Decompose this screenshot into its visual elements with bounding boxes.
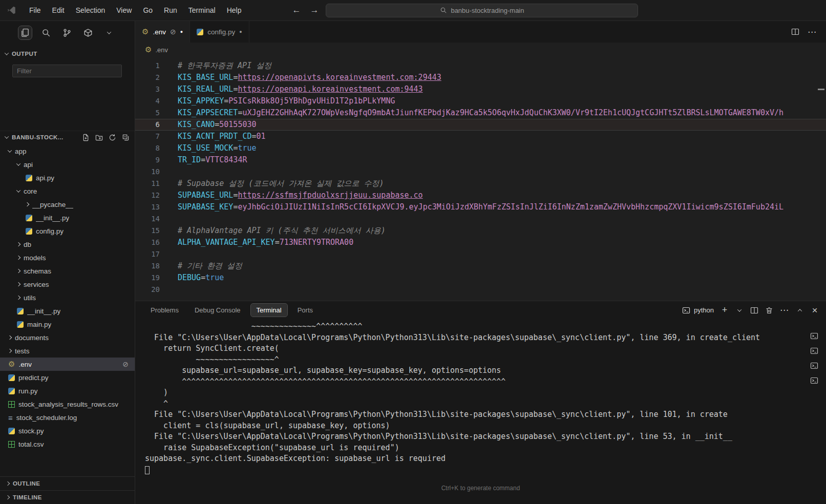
tree-item-api[interactable]: api	[0, 158, 135, 171]
chevron-down-icon	[8, 148, 12, 152]
menu-edit[interactable]: Edit	[47, 0, 70, 20]
tab-config.py[interactable]: config.py●	[190, 21, 249, 43]
tree-item-app[interactable]: app	[0, 144, 135, 158]
tree-item-predict.py[interactable]: predict.py	[0, 371, 135, 384]
chevron-right-icon	[8, 335, 12, 340]
tree-item-label: models	[24, 254, 46, 262]
outline-header[interactable]: OUTLINE	[0, 476, 135, 490]
chevron-right-icon	[16, 242, 20, 246]
new-terminal-button[interactable]: +	[721, 305, 729, 316]
kill-terminal-button[interactable]	[765, 306, 773, 314]
tree-item-documents[interactable]: documents	[0, 331, 135, 344]
code-line-12: 12SUPABASE_URL=https://ssfmsjfpduolxsrjj…	[135, 190, 826, 201]
maximize-panel-button[interactable]	[796, 309, 804, 312]
menu-run[interactable]: Run	[158, 0, 183, 20]
tree-item-services[interactable]: services	[0, 278, 135, 291]
tab-.env[interactable]: ⚙.env⊘●	[135, 21, 190, 43]
new-file-button[interactable]	[82, 134, 90, 141]
output-filter-input[interactable]	[12, 65, 122, 77]
tree-item-label: api	[24, 161, 33, 169]
tree-item-config.py[interactable]: config.py	[0, 224, 135, 238]
menu-help[interactable]: Help	[221, 0, 247, 20]
tree-item-api.py[interactable]: api.py	[0, 171, 135, 184]
tree-item-__init__.py[interactable]: __init__.py	[0, 304, 135, 318]
new-folder-button[interactable]	[95, 134, 103, 141]
split-terminal-button[interactable]	[750, 306, 758, 314]
tree-item-run.py[interactable]: run.py	[0, 384, 135, 397]
search-box-label: banbu-stocktrading-main	[451, 7, 524, 14]
tree-item-stock_scheduler.log[interactable]: ≡stock_scheduler.log	[0, 411, 135, 424]
tree-item-db[interactable]: db	[0, 238, 135, 251]
terminal-icon[interactable]	[809, 330, 820, 342]
command-center-search[interactable]: banbu-stocktrading-main	[326, 4, 638, 17]
tree-item-stock.py[interactable]: stock.py	[0, 424, 135, 437]
tab-label: config.py	[207, 28, 235, 36]
code-editor[interactable]: 1# 한국투자증권 API 설정2KIS_BASE_URL=https://op…	[135, 57, 826, 301]
chevron-down-icon[interactable]	[102, 26, 116, 39]
tree-item-label: utils	[24, 294, 36, 302]
tree-item-total.csv[interactable]: total.csv	[0, 437, 135, 451]
output-header[interactable]: OUTPUT	[0, 48, 135, 60]
csv-icon	[8, 401, 15, 408]
panel-tab-debug-console[interactable]: Debug Console	[189, 304, 246, 317]
tree-item-utils[interactable]: utils	[0, 291, 135, 304]
line-number: 19	[135, 272, 160, 284]
line-number: 4	[135, 95, 160, 107]
tree-item-stock_analysis_results_rows.csv[interactable]: stock_analysis_results_rows.csv	[0, 397, 135, 411]
menu-terminal[interactable]: Terminal	[183, 0, 221, 20]
line-number: 20	[135, 284, 160, 296]
breadcrumb-label: .env	[155, 46, 168, 54]
breadcrumb[interactable]: ⚙ .env	[135, 43, 826, 57]
line-number: 2	[135, 72, 160, 83]
search-icon	[440, 7, 447, 14]
python-icon	[17, 321, 24, 328]
line-number: 11	[135, 178, 160, 190]
tree-item-tests[interactable]: tests	[0, 344, 135, 358]
tree-item-core[interactable]: core	[0, 184, 135, 198]
line-number: 17	[135, 248, 160, 260]
terminal-icon[interactable]	[809, 375, 820, 386]
refresh-button[interactable]	[109, 134, 116, 141]
timeline-header[interactable]: TIMELINE	[0, 490, 135, 504]
files-icon[interactable]	[18, 26, 32, 39]
outline-header-label: OUTLINE	[13, 480, 40, 487]
tree-item-__pycache__[interactable]: __pycache__	[0, 198, 135, 211]
tree-item-schemas[interactable]: schemas	[0, 264, 135, 278]
panel-tab-terminal[interactable]: Terminal	[251, 304, 287, 317]
line-number: 15	[135, 225, 160, 237]
collapse-all-button[interactable]	[122, 134, 130, 141]
tree-item-main.py[interactable]: main.py	[0, 318, 135, 331]
menu-go[interactable]: Go	[137, 0, 158, 20]
tree-item-label: __pycache__	[32, 201, 73, 208]
more-actions-button[interactable]: ⋯	[808, 27, 817, 37]
menu-file[interactable]: File	[24, 0, 47, 20]
shell-name: python	[694, 306, 714, 314]
line-number: 13	[135, 201, 160, 213]
terminal-shell[interactable]: python	[682, 306, 714, 314]
tab-label: .env	[153, 28, 166, 36]
terminal-icon[interactable]	[809, 345, 820, 356]
tree-item-__init__.py[interactable]: __init__.py	[0, 211, 135, 224]
split-editor-button[interactable]	[791, 28, 799, 36]
python-icon	[17, 308, 24, 314]
explorer-header[interactable]: BANBU-STOCK...	[0, 131, 135, 143]
menu-selection[interactable]: Selection	[70, 0, 111, 20]
panel-tab-ports[interactable]: Ports	[292, 304, 319, 317]
panel-tab-problems[interactable]: Problems	[145, 304, 184, 317]
source-control-icon[interactable]	[60, 26, 74, 39]
chevron-down-icon[interactable]	[735, 309, 744, 312]
menu-view[interactable]: View	[111, 0, 137, 20]
extensions-icon[interactable]	[81, 26, 95, 39]
tree-item-label: tests	[15, 347, 30, 355]
tree-item-models[interactable]: models	[0, 251, 135, 264]
code-line-11: 11# Supabase 설정 (코드에서 가져온 실제 값으로 수정)	[135, 178, 826, 190]
more-actions-button[interactable]: ⋯	[780, 305, 789, 316]
search-icon[interactable]	[39, 26, 53, 39]
timeline-header-label: TIMELINE	[13, 494, 42, 500]
forward-arrow-icon[interactable]: →	[310, 5, 319, 15]
terminal[interactable]: ~~~~~~~~~~~~~~^^^^^^^^^^ File "C:\Users\…	[135, 319, 826, 504]
close-panel-button[interactable]: ×	[811, 305, 819, 316]
terminal-icon[interactable]	[809, 360, 820, 371]
tree-item-.env[interactable]: ⚙.env⊘	[0, 358, 135, 371]
back-arrow-icon[interactable]: ←	[292, 5, 301, 15]
